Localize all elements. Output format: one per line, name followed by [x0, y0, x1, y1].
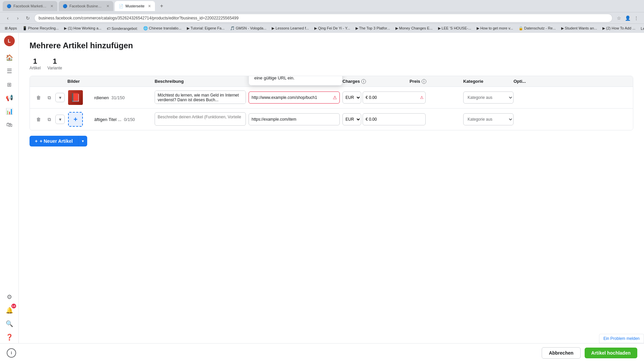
add-icon: + — [35, 138, 38, 144]
sidebar-item-menu[interactable]: ☰ — [3, 65, 15, 77]
bookmark-11[interactable]: ▶ LEE 'S HOUSE-... — [436, 25, 473, 31]
sidebar-avatar[interactable]: L — [4, 36, 15, 46]
tab-3[interactable]: 📄 Musterseite ✕ — [115, 1, 155, 11]
row2-link-input[interactable] — [249, 113, 340, 125]
bookmark-12[interactable]: ▶ How to get more v... — [475, 25, 515, 31]
add-article-button[interactable]: + + Neuer Artikel — [30, 136, 78, 146]
articles-label: Artikel — [30, 66, 41, 70]
add-image-placeholder[interactable]: + — [68, 112, 83, 127]
articles-table: Bilder Beschreibung Website-Link i Charg… — [30, 76, 633, 130]
col-header-optionen: Opti... — [514, 79, 526, 84]
preis-info-icon[interactable]: i — [422, 79, 426, 84]
menu-icon: ☰ — [7, 67, 12, 75]
bookmark-8[interactable]: ▶ Qing Fei De Yi - Y... — [312, 25, 352, 31]
bookmark-15[interactable]: ▶ (2) How To Add ... — [600, 25, 637, 31]
grid-icon: ⊞ — [7, 81, 11, 88]
settings-icon: ⚙ — [7, 293, 12, 301]
upload-button[interactable]: Artikel hochladen — [585, 348, 637, 358]
bookmark-apps[interactable]: ⊞ Apps — [3, 25, 19, 31]
sidebar-item-home[interactable]: 🏠 — [3, 52, 15, 64]
tab-1[interactable]: 🔵 Facebook Marketing & Werbe... ✕ — [3, 1, 57, 11]
tab-3-close[interactable]: ✕ — [148, 4, 151, 8]
sidebar-item-analytics[interactable]: 📊 — [3, 105, 15, 117]
row2-price-input[interactable] — [363, 113, 426, 125]
page-title: Mehrere Artikel hinzufügen — [30, 41, 633, 50]
row2-category-select[interactable]: Kategorie aus — [463, 113, 514, 125]
report-problem-button[interactable]: Ein Problem melden — [599, 334, 644, 343]
col-header-bilder: Bilder — [67, 79, 94, 84]
bookmark-4[interactable]: 🌐 Chinese translatio... — [141, 25, 183, 31]
chevron-down-icon: ▾ — [82, 139, 84, 143]
row1-category-select[interactable]: Kategorie aus — [463, 92, 514, 104]
row2-title-cell: äftigen Titel ... 0/150 — [94, 117, 155, 122]
stat-variants: 1 Variante — [47, 57, 62, 70]
bookmark-6[interactable]: 🎵 GMSN - Vologda... — [228, 25, 269, 31]
bookmark-2[interactable]: ▶ (1) How Working a... — [62, 25, 103, 31]
bookmark-16[interactable]: Leasifen — [639, 26, 644, 31]
row1-charges-cell: EUR USD GBP ⚠ — [342, 92, 396, 104]
row1-delete-button[interactable]: 🗑 — [34, 93, 43, 102]
cancel-button[interactable]: Abbrechen — [542, 347, 580, 359]
bookmark-7[interactable]: ▶ Lessons Learned f... — [270, 25, 311, 31]
footer-info-button[interactable]: i — [7, 348, 16, 358]
table-row: 🗑 ⧉ ▾ + äftigen Titel ... 0/150 — [30, 109, 633, 130]
bookmark-14[interactable]: ▶ Student Wants an... — [559, 25, 599, 31]
row1-description-input[interactable]: Möchtest du lernen, wie man Geld im Inte… — [155, 90, 246, 104]
sidebar-item-notifications[interactable]: 🔔 13 — [3, 304, 15, 316]
back-button[interactable]: ‹ — [4, 14, 11, 22]
address-input[interactable]: business.facebook.com/commerce/catalogs/… — [34, 14, 612, 22]
row1-price-warning-icon: ⚠ — [420, 95, 424, 100]
notifications-icon: 🔔 — [6, 307, 13, 314]
address-text: business.facebook.com/commerce/catalogs/… — [39, 16, 238, 20]
bookmark-button[interactable]: ☆ — [615, 14, 623, 22]
refresh-button[interactable]: ↻ — [24, 14, 32, 22]
search-icon: 🔍 — [6, 320, 13, 327]
col-header-kategorie: Kategorie — [463, 79, 514, 84]
row2-delete-button[interactable]: 🗑 — [34, 115, 43, 124]
tab-1-close[interactable]: ✕ — [50, 4, 53, 8]
sidebar-item-help[interactable]: ❓ — [3, 331, 15, 343]
profile-button[interactable]: 👤 — [624, 14, 631, 22]
bookmark-9[interactable]: ▶ The Top 3 Platfor... — [354, 25, 392, 31]
menu-button[interactable]: ⋮ — [633, 14, 640, 22]
row2-description-input[interactable] — [155, 112, 246, 126]
row2-dropdown-button[interactable]: ▾ — [55, 115, 65, 124]
tab-2[interactable]: 🔵 Facebook Business Suite ✕ — [59, 1, 113, 11]
row2-currency-select[interactable]: EUR USD GBP — [342, 113, 361, 125]
row2-copy-button[interactable]: ⧉ — [45, 115, 54, 124]
sidebar-item-grid[interactable]: ⊞ — [3, 78, 15, 90]
main-content: Mehrere Artikel hinzufügen 1 Artikel 1 V… — [19, 33, 644, 362]
variants-label: Variante — [47, 66, 62, 70]
bookmark-3[interactable]: 🏷 Sonderangebot: — [105, 26, 140, 31]
row1-currency-select[interactable]: EUR USD GBP — [342, 92, 361, 104]
table-header: Bilder Beschreibung Website-Link i Charg… — [30, 76, 633, 87]
add-article-dropdown-button[interactable]: ▾ — [78, 136, 87, 146]
row1-desc-cell: Möchtest du lernen, wie man Geld im Inte… — [155, 90, 249, 105]
home-icon: 🏠 — [6, 54, 13, 61]
row2-title-count: 0/150 — [124, 117, 135, 122]
tab-2-close[interactable]: ✕ — [106, 4, 109, 8]
bookmarks-bar: ⊞ Apps 📱 Phone Recycling... ▶ (1) How Wo… — [0, 23, 644, 33]
row1-actions: 🗑 ⧉ ▾ — [34, 93, 67, 102]
row1-link-input[interactable] — [249, 92, 340, 104]
forward-button[interactable]: › — [14, 14, 21, 22]
bookmark-1[interactable]: 📱 Phone Recycling... — [20, 25, 61, 31]
row1-title-cell: rdienen 31/150 — [94, 95, 155, 100]
sidebar-item-search[interactable]: 🔍 — [3, 318, 15, 330]
stats-row: 1 Artikel 1 Variante — [30, 57, 633, 70]
sidebar-item-megaphone[interactable]: 📢 — [3, 92, 15, 104]
charges-info-icon[interactable]: i — [361, 79, 366, 84]
sidebar-item-settings[interactable]: ⚙ — [3, 291, 15, 303]
row1-dropdown-button[interactable]: ▾ — [55, 93, 65, 102]
website-link-info-icon[interactable]: i — [277, 79, 282, 84]
sidebar-item-shop[interactable]: 🛍 — [3, 119, 15, 131]
new-tab-button[interactable]: + — [158, 2, 166, 10]
tab-2-label: Facebook Business Suite — [69, 4, 103, 8]
bookmark-5[interactable]: ▶ Tutorial: Eigene Fa... — [185, 25, 227, 31]
bookmark-13[interactable]: 🔒 Datenschutz - Re... — [517, 25, 558, 31]
bookmark-10[interactable]: ▶ Money Changes E... — [393, 25, 435, 31]
table-row: 🗑 ⧉ ▾ 📕 rdienen 31/150 — [30, 87, 633, 109]
row1-price-input[interactable] — [363, 92, 426, 104]
row2-price-wrapper — [363, 113, 426, 125]
row1-copy-button[interactable]: ⧉ — [45, 93, 54, 102]
